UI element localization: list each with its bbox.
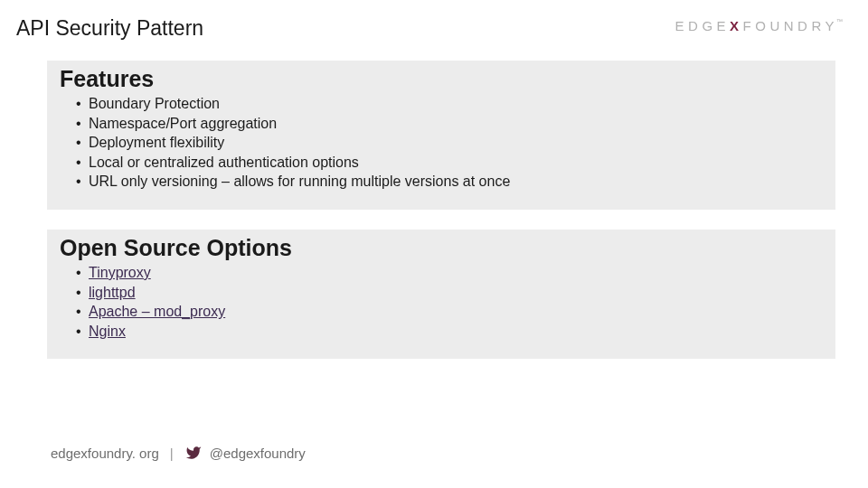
footer-separator: | <box>170 446 174 461</box>
link-tinyproxy[interactable]: Tinyproxy <box>89 265 151 280</box>
footer-handle: @edgexfoundry <box>210 446 306 461</box>
features-list: Boundary Protection Namespace/Port aggre… <box>60 94 823 192</box>
link-apache-mod-proxy[interactable]: Apache – mod_proxy <box>89 304 225 319</box>
slide-title: API Security Pattern <box>16 16 203 41</box>
open-source-panel: Open Source Options Tinyproxy lighttpd A… <box>47 230 835 359</box>
footer-site: edgexfoundry. org <box>51 446 159 461</box>
list-item: Tinyproxy <box>76 263 823 283</box>
slide-footer: edgexfoundry. org | @edgexfoundry <box>51 445 306 461</box>
open-source-heading: Open Source Options <box>60 235 823 261</box>
logo-x: X <box>730 18 743 33</box>
list-item: Local or centralized authentication opti… <box>76 153 823 173</box>
list-item: Apache – mod_proxy <box>76 302 823 322</box>
open-source-list: Tinyproxy lighttpd Apache – mod_proxy Ng… <box>60 263 823 341</box>
list-item: Nginx <box>76 322 823 342</box>
link-nginx[interactable]: Nginx <box>89 324 126 339</box>
logo-right: FOUNDRY <box>743 18 838 33</box>
twitter-icon <box>184 445 203 461</box>
list-item: Deployment flexibility <box>76 133 823 153</box>
list-item: Boundary Protection <box>76 94 823 114</box>
link-lighttpd[interactable]: lighttpd <box>89 285 136 300</box>
features-panel: Features Boundary Protection Namespace/P… <box>47 61 835 210</box>
list-item: Namespace/Port aggregation <box>76 114 823 134</box>
slide-header: API Security Pattern EDGEXFOUNDRY™ <box>0 0 868 41</box>
list-item: URL only versioning – allows for running… <box>76 172 823 192</box>
list-item: lighttpd <box>76 283 823 303</box>
brand-logo: EDGEXFOUNDRY™ <box>675 16 843 33</box>
logo-tm: ™ <box>836 18 843 24</box>
features-heading: Features <box>60 66 823 92</box>
logo-left: EDGE <box>675 18 731 33</box>
